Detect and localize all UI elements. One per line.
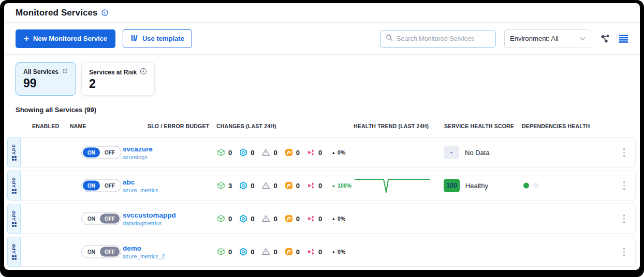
info-icon[interactable] xyxy=(101,9,108,16)
toggle-off-label: OFF xyxy=(100,247,120,257)
enabled-toggle[interactable]: ON OFF xyxy=(81,146,121,159)
enabled-toggle[interactable]: ON OFF xyxy=(81,245,121,258)
service-name-link[interactable]: svccustomappd xyxy=(123,211,176,219)
table-row: APP ON OFF svccustomappd datadogmetrics … xyxy=(7,204,636,234)
enabled-toggle[interactable]: ON OFF xyxy=(81,179,121,192)
changes-cell: 0 0 0 0 0 ▲ 0% xyxy=(217,248,345,256)
deployment-changes: 0 xyxy=(217,148,232,157)
dependency-health-dot xyxy=(523,183,529,189)
risk-bolt-icon xyxy=(140,68,147,76)
row-actions-kebab-icon[interactable] xyxy=(621,179,627,192)
service-name-block: demo azure_metrics_2 xyxy=(123,244,165,259)
app-type-label: APP xyxy=(11,144,17,155)
config-changes: 0 xyxy=(239,181,254,190)
screenshot-frame: Monitored Services + New Monitored Servi… xyxy=(0,0,644,277)
search-input[interactable] xyxy=(397,35,490,42)
deployment-cube-icon xyxy=(217,181,225,190)
toggle-on-label: ON xyxy=(83,214,100,224)
toggle-off-label: OFF xyxy=(100,181,120,191)
app-type-label: APP xyxy=(11,243,17,254)
toggle-on-label: ON xyxy=(83,148,100,158)
results-summary: Showing all Services (99) xyxy=(4,96,640,119)
custom-event-changes: 0 xyxy=(307,181,322,190)
pagerduty-icon xyxy=(285,248,293,256)
pink-events-icon xyxy=(307,181,315,190)
trend-percent: 0% xyxy=(338,149,345,156)
deployment-cube-icon xyxy=(217,214,225,223)
services-at-risk-count: 2 xyxy=(89,77,147,91)
column-changes: CHANGES (LAST 24H) xyxy=(216,123,276,129)
row-actions-kebab-icon[interactable] xyxy=(621,245,627,258)
changes-cell: 3 0 0 0 0 ▲ 100% xyxy=(217,181,352,190)
row-actions-kebab-icon[interactable] xyxy=(621,146,627,159)
app-type-label: APP xyxy=(11,210,17,221)
config-changes: 0 xyxy=(239,248,254,256)
deployment-cube-icon xyxy=(217,148,225,157)
service-subtitle: azure_metrics_2 xyxy=(123,253,165,259)
toolbar: + New Monitored Service Use template Env… xyxy=(4,23,640,55)
app-type-tab[interactable]: APP xyxy=(7,171,21,201)
pink-events-icon xyxy=(307,148,315,157)
enabled-toggle[interactable]: ON OFF xyxy=(81,212,121,225)
toolbar-right: Environment: All xyxy=(380,29,628,48)
search-icon xyxy=(386,34,393,43)
custom-event-changes: 0 xyxy=(307,214,322,223)
health-trend-sparkline xyxy=(354,175,431,196)
health-score-cell: - No Data xyxy=(444,146,490,159)
changes-trend: ▲ 100% xyxy=(331,182,352,189)
changes-cell: 0 0 0 0 0 ▲ 0% xyxy=(217,214,345,223)
use-template-label: Use template xyxy=(142,35,184,42)
service-name-link[interactable]: abc xyxy=(123,178,158,186)
page-title: Monitored Services xyxy=(16,8,98,18)
column-health-trend: HEALTH TREND (LAST 24H) xyxy=(354,123,429,129)
trend-percent: 0% xyxy=(338,249,345,255)
stat-cards: All Services 99 Services at Risk 2 xyxy=(4,55,640,96)
config-hexagon-icon xyxy=(239,248,247,256)
app-grid-icon xyxy=(12,156,17,161)
app-grid-icon xyxy=(12,255,17,260)
services-at-risk-card[interactable]: Services at Risk 2 xyxy=(81,62,155,96)
alert-changes: 0 xyxy=(261,214,277,223)
all-services-label: All Services xyxy=(23,68,58,75)
app-type-tab[interactable]: APP xyxy=(7,237,21,267)
list-view-icon[interactable] xyxy=(619,35,628,43)
changes-trend: ▲ 0% xyxy=(331,149,345,156)
new-monitored-service-button[interactable]: + New Monitored Service xyxy=(16,29,115,48)
monitored-services-page: Monitored Services + New Monitored Servi… xyxy=(4,3,640,270)
toggle-off-label: OFF xyxy=(100,214,120,224)
column-enabled: ENABLED xyxy=(32,123,59,129)
service-subtitle: azurelogs xyxy=(123,154,153,160)
service-subtitle: azure_metrics xyxy=(123,187,158,193)
app-type-tab[interactable]: APP xyxy=(7,204,21,234)
titlebar: Monitored Services xyxy=(4,3,640,23)
dependencies-health-cell xyxy=(523,183,539,189)
environment-dropdown[interactable]: Environment: All xyxy=(504,29,591,48)
service-subtitle: datadogmetrics xyxy=(123,220,176,226)
app-type-tab[interactable]: APP xyxy=(7,137,21,167)
trend-up-icon: ▲ xyxy=(331,250,335,254)
incident-changes: 0 xyxy=(285,214,300,223)
pagerduty-icon xyxy=(285,181,293,190)
config-hexagon-icon xyxy=(239,148,247,157)
service-name-link[interactable]: demo xyxy=(123,244,165,252)
pink-events-icon xyxy=(307,248,315,256)
deployment-changes: 0 xyxy=(217,248,232,256)
topology-view-icon[interactable] xyxy=(599,34,610,44)
plus-icon: + xyxy=(24,34,29,43)
column-dependencies-health: DEPENDENCIES HEALTH xyxy=(522,123,590,129)
service-name-link[interactable]: svcazure xyxy=(123,145,153,153)
app-type-label: APP xyxy=(11,177,17,188)
chevron-down-icon xyxy=(580,35,586,42)
row-actions-kebab-icon[interactable] xyxy=(621,212,627,225)
all-services-card[interactable]: All Services 99 xyxy=(16,62,76,96)
changes-trend: ▲ 0% xyxy=(331,249,345,255)
use-template-button[interactable]: Use template xyxy=(123,29,192,48)
config-changes: 0 xyxy=(239,214,254,223)
pink-events-icon xyxy=(307,214,315,223)
health-score-label: Healthy xyxy=(465,182,488,190)
service-name-block: svccustomappd datadogmetrics xyxy=(123,211,176,226)
alert-changes: 0 xyxy=(261,181,277,190)
app-grid-icon xyxy=(12,189,17,194)
all-services-count: 99 xyxy=(23,76,68,90)
deployment-cube-icon xyxy=(217,248,225,256)
